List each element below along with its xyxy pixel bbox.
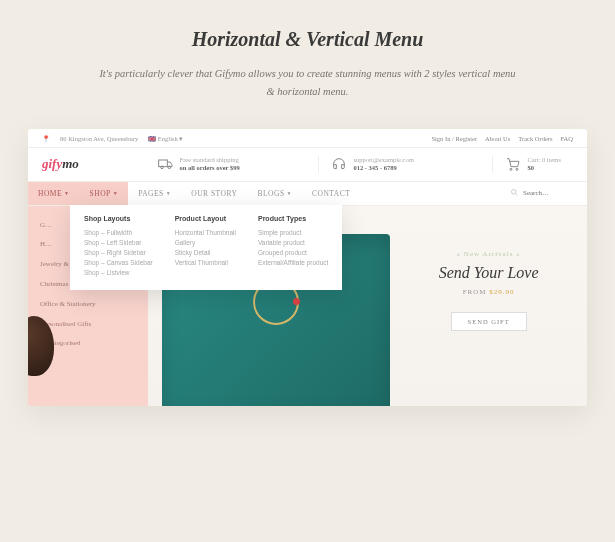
mega-heading: Product Layout — [175, 215, 236, 222]
page-subhead: It's particularly clever that Gifymo all… — [98, 65, 518, 101]
language-selector[interactable]: 🇬🇧 English ▾ — [148, 135, 183, 143]
mega-item[interactable]: Shop – Canvas Sidebar — [84, 258, 153, 268]
address-text: 86 Kingston Ave, Queensbury — [60, 135, 138, 142]
location-icon: 📍 — [42, 135, 50, 143]
mega-item[interactable]: Variable product — [258, 238, 328, 248]
svg-point-5 — [512, 189, 517, 194]
mega-heading: Shop Layouts — [84, 215, 153, 222]
hero-eyebrow: « New Arrivals » — [400, 250, 577, 258]
infobar: gifymo Free standard shipping on all ord… — [28, 148, 587, 181]
mega-col-product-types: Product Types Simple product Variable pr… — [258, 215, 328, 278]
mega-item[interactable]: Gallery — [175, 238, 236, 248]
svg-point-2 — [168, 166, 171, 169]
shipping-info: Free standard shipping on all orders ove… — [146, 156, 252, 173]
mega-item[interactable]: Shop – Fullwidth — [84, 228, 153, 238]
signin-link[interactable]: Sign In / Register — [431, 135, 477, 142]
mega-item[interactable]: Shop – Listview — [84, 268, 153, 278]
hero-title: Send Your Love — [400, 264, 577, 282]
nav-home[interactable]: HOME▼ — [28, 182, 80, 205]
svg-point-3 — [510, 168, 512, 170]
hero-price: FROM $29.90 — [400, 288, 577, 296]
faq-link[interactable]: FAQ — [560, 135, 573, 142]
mega-item[interactable]: Sticky Detail — [175, 248, 236, 258]
mega-item[interactable]: Horizontal Thumbnail — [175, 228, 236, 238]
mega-item[interactable]: Shop – Right Sidebar — [84, 248, 153, 258]
headset-icon — [331, 156, 347, 172]
mega-menu: Shop Layouts Shop – Fullwidth Shop – Lef… — [70, 205, 342, 290]
mega-heading: Product Types — [258, 215, 328, 222]
nav-contact[interactable]: CONTACT — [302, 182, 360, 205]
page-headline: Horizontal & Vertical Menu — [0, 28, 615, 51]
support-info: support@example.com 012 - 345 - 6789 — [318, 156, 425, 173]
track-link[interactable]: Track Orders — [518, 135, 552, 142]
mega-item[interactable]: Simple product — [258, 228, 328, 238]
about-link[interactable]: About Us — [485, 135, 510, 142]
cart-info[interactable]: Cart: 0 items $0 — [492, 156, 573, 173]
browser-mockup: 📍 86 Kingston Ave, Queensbury 🇬🇧 English… — [28, 129, 587, 406]
mega-item[interactable]: Grouped product — [258, 248, 328, 258]
svg-rect-0 — [158, 160, 167, 167]
mega-col-product-layout: Product Layout Horizontal Thumbnail Gall… — [175, 215, 236, 278]
mega-item[interactable]: Vertical Thumbnail — [175, 258, 236, 268]
search-area[interactable] — [510, 188, 587, 199]
search-icon — [510, 188, 519, 199]
topbar: 📍 86 Kingston Ave, Queensbury 🇬🇧 English… — [28, 129, 587, 148]
svg-point-1 — [160, 166, 163, 169]
truck-icon — [158, 156, 174, 172]
search-input[interactable] — [523, 189, 573, 197]
nav-story[interactable]: OUR STORY — [181, 182, 247, 205]
sidebar-item[interactable]: Office & Stationery — [28, 295, 148, 315]
nav-blogs[interactable]: BLOGS▼ — [247, 182, 302, 205]
mega-col-layouts: Shop Layouts Shop – Fullwidth Shop – Lef… — [84, 215, 153, 278]
cart-icon — [505, 156, 521, 172]
send-gift-button[interactable]: SEND GIFT — [451, 312, 527, 331]
mega-item[interactable]: Shop – Left Sidebar — [84, 238, 153, 248]
mega-item[interactable]: External/Affiliate product — [258, 258, 328, 268]
svg-line-6 — [516, 193, 518, 195]
logo[interactable]: gifymo — [42, 156, 79, 172]
nav-pages[interactable]: PAGES▼ — [128, 182, 181, 205]
svg-point-4 — [516, 168, 518, 170]
main-nav: HOME▼ SHOP▼ PAGES▼ OUR STORY BLOGS▼ CONT… — [28, 181, 587, 206]
nav-shop[interactable]: SHOP▼ — [80, 182, 129, 205]
